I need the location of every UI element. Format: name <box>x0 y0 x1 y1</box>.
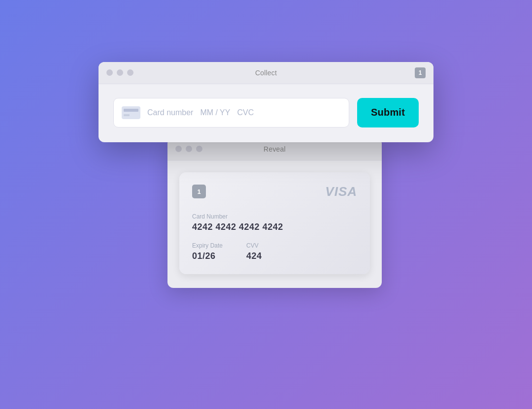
expiry-section: Expiry Date 01/26 <box>192 242 223 261</box>
reveal-traffic-dot-green <box>196 146 202 152</box>
collect-window-badge: 1 <box>415 67 426 78</box>
card-icon <box>122 106 140 119</box>
submit-button[interactable]: Submit <box>357 98 419 127</box>
scene: Collect 1 Card number MM / YY CVC Submit… <box>99 62 433 347</box>
traffic-dot-yellow <box>117 69 123 76</box>
credit-card: 1 VISA Card Number 4242 4242 4242 4242 E… <box>179 172 370 274</box>
cvv-value: 424 <box>246 251 262 261</box>
expiry-label: Expiry Date <box>192 242 223 249</box>
reveal-traffic-dot-yellow <box>186 146 192 152</box>
traffic-dot-red <box>106 69 113 76</box>
collect-window: Collect 1 Card number MM / YY CVC Submit <box>99 62 433 142</box>
reveal-body: 1 VISA Card Number 4242 4242 4242 4242 E… <box>167 160 382 288</box>
card-top-row: 1 VISA <box>192 184 357 199</box>
cvv-section: CVV 424 <box>246 242 262 261</box>
collect-window-title: Collect <box>255 69 277 77</box>
reveal-window-title: Reveal <box>264 145 286 153</box>
card-bottom-row: Expiry Date 01/26 CVV 424 <box>192 242 357 261</box>
reveal-traffic-dot-red <box>175 146 182 152</box>
visa-logo: VISA <box>325 184 357 199</box>
card-number-placeholder: Card number <box>147 108 193 117</box>
expiry-value: 01/26 <box>192 251 223 261</box>
expiry-placeholder: MM / YY <box>200 108 230 117</box>
cvc-placeholder: CVC <box>237 108 254 117</box>
reveal-window: Reveal 1 VISA Card Number 4242 4242 4242… <box>167 138 382 288</box>
reveal-traffic-lights <box>175 146 202 152</box>
collect-traffic-lights <box>106 69 133 76</box>
card-input-container[interactable]: Card number MM / YY CVC <box>113 98 349 127</box>
traffic-dot-green <box>127 69 133 76</box>
collect-window-body: Card number MM / YY CVC Submit <box>99 84 433 142</box>
collect-titlebar: Collect 1 <box>99 62 433 84</box>
card-badge: 1 <box>192 185 206 198</box>
card-number-label: Card Number <box>192 213 357 220</box>
card-number-section: Card Number 4242 4242 4242 4242 <box>192 213 357 232</box>
card-number-value: 4242 4242 4242 4242 <box>192 222 357 232</box>
cvv-label: CVV <box>246 242 262 249</box>
